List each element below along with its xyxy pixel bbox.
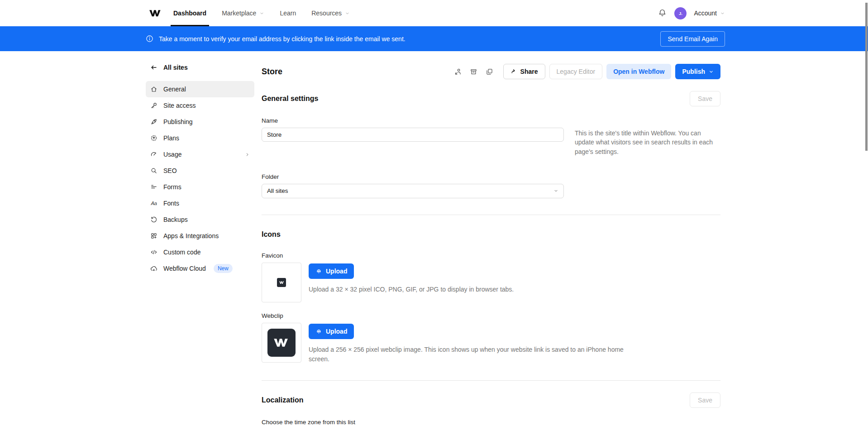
sidebar-item-label: Fonts xyxy=(163,200,179,207)
sidebar-item-label: General xyxy=(163,86,186,93)
sidebar-item-seo[interactable]: SEO xyxy=(146,163,254,179)
site-header: Store Share Legacy Editor Open in Webflo… xyxy=(262,64,720,79)
favicon-label: Favicon xyxy=(262,252,720,259)
sidebar-menu: GeneralSite accessPublishingPlansUsageSE… xyxy=(146,81,254,277)
share-arrow-icon xyxy=(510,68,517,75)
sidebar-item-apps-integrations[interactable]: Apps & Integrations xyxy=(146,228,254,244)
sidebar-item-usage[interactable]: Usage xyxy=(146,146,254,163)
search-icon xyxy=(150,167,157,174)
apps-icon xyxy=(150,232,157,239)
sidebar-item-custom-code[interactable]: Custom code xyxy=(146,244,254,260)
notifications-bell-icon[interactable] xyxy=(658,9,667,18)
cloud-icon xyxy=(150,265,157,272)
sidebar-item-site-access[interactable]: Site access xyxy=(146,97,254,114)
sidebar-item-label: SEO xyxy=(163,167,177,174)
site-name-input[interactable] xyxy=(262,128,564,142)
avatar[interactable]: J. xyxy=(674,7,687,19)
sidebar-item-backups[interactable]: Backups xyxy=(146,211,254,228)
folder-value: All sites xyxy=(267,187,288,194)
fonts-icon: Aa xyxy=(150,200,157,207)
nav-link-dashboard[interactable]: Dashboard xyxy=(173,0,206,26)
publish-button[interactable]: Publish xyxy=(675,64,720,79)
account-label: Account xyxy=(694,10,717,17)
icons-title: Icons xyxy=(262,230,281,239)
chevron-down-icon xyxy=(259,11,264,16)
sidebar-item-label: Site access xyxy=(163,102,196,109)
key-icon xyxy=(150,102,157,109)
upload-label: Upload xyxy=(326,328,347,335)
webclip-preview[interactable] xyxy=(262,323,301,363)
sidebar-item-forms[interactable]: Forms xyxy=(146,179,254,195)
nav-link-label: Resources xyxy=(311,10,342,17)
archive-icon[interactable] xyxy=(468,66,480,77)
send-email-again-button[interactable]: Send Email Again xyxy=(660,31,725,47)
nav-links: Dashboard Marketplace Learn Resources xyxy=(173,0,350,26)
sidebar-item-label: Plans xyxy=(163,134,179,142)
info-icon xyxy=(146,35,153,43)
home-icon xyxy=(150,86,157,93)
history-icon xyxy=(150,216,157,223)
chevron-down-icon xyxy=(553,188,558,193)
localization-head: Localization Save xyxy=(262,392,720,408)
sidebar-item-label: Custom code xyxy=(163,249,200,256)
account-menu[interactable]: Account xyxy=(694,10,725,17)
sidebar-item-publishing[interactable]: Publishing xyxy=(146,114,254,130)
code-icon xyxy=(150,249,157,256)
back-label: All sites xyxy=(163,64,188,71)
webclip-image xyxy=(267,329,296,357)
back-all-sites[interactable]: All sites xyxy=(146,63,254,72)
sidebar-item-label: Apps & Integrations xyxy=(163,232,219,239)
name-label: Name xyxy=(262,117,720,124)
webclip-upload-button[interactable]: Upload xyxy=(309,324,354,339)
webflow-logo-icon[interactable] xyxy=(149,9,162,18)
section-divider xyxy=(262,215,720,215)
general-settings-title: General settings xyxy=(262,95,318,103)
localization-title: Localization xyxy=(262,396,303,404)
sidebar-item-label: Webflow Cloud xyxy=(163,265,206,272)
nav-link-resources[interactable]: Resources xyxy=(311,0,350,26)
top-nav: Dashboard Marketplace Learn Resources J.… xyxy=(0,0,868,26)
sidebar-item-general[interactable]: General xyxy=(146,81,254,97)
sidebar-item-label: Usage xyxy=(163,151,181,158)
banner-message: Take a moment to verify your email addre… xyxy=(159,35,405,43)
upload-icon xyxy=(315,268,322,274)
timezone-label: Choose the time zone from this list xyxy=(262,419,720,426)
folder-select[interactable]: All sites xyxy=(262,184,564,198)
header-actions: Share Legacy Editor Open in Webflow Publ… xyxy=(452,64,720,79)
chevron-right-icon xyxy=(245,152,250,157)
sidebar-item-webflow-cloud[interactable]: Webflow CloudNew xyxy=(146,260,254,277)
favicon-image xyxy=(277,278,286,287)
webclip-label: Webclip xyxy=(262,312,720,319)
duplicate-icon[interactable] xyxy=(484,66,496,77)
scrollbar-thumb[interactable] xyxy=(865,3,868,151)
nav-link-learn[interactable]: Learn xyxy=(280,0,296,26)
favicon-preview[interactable] xyxy=(262,263,301,302)
nav-right: J. Account xyxy=(658,7,725,19)
general-settings-head: General settings Save xyxy=(262,91,720,106)
new-badge: New xyxy=(214,264,233,273)
name-help-text: This is the site's title within Webflow.… xyxy=(575,128,720,156)
general-save-button[interactable]: Save xyxy=(690,91,720,106)
transfer-site-icon[interactable] xyxy=(452,66,464,77)
open-in-webflow-button[interactable]: Open in Webflow xyxy=(606,64,671,79)
favicon-help-text: Upload a 32 × 32 pixel ICO, PNG, GIF, or… xyxy=(309,285,514,294)
favicon-upload-button[interactable]: Upload xyxy=(309,263,354,279)
chevron-down-icon xyxy=(709,69,714,74)
upload-icon xyxy=(315,328,322,335)
settings-sidebar: All sites GeneralSite accessPublishingPl… xyxy=(146,63,254,426)
sidebar-item-plans[interactable]: Plans xyxy=(146,130,254,146)
share-button[interactable]: Share xyxy=(503,64,545,79)
arrow-left-icon xyxy=(150,64,157,71)
publish-label: Publish xyxy=(682,68,705,75)
content: All sites GeneralSite accessPublishingPl… xyxy=(0,51,868,426)
chevron-down-icon xyxy=(720,11,725,16)
legacy-editor-button[interactable]: Legacy Editor xyxy=(549,64,603,79)
localization-save-button[interactable]: Save xyxy=(690,392,720,408)
rocket-icon xyxy=(150,118,157,125)
gauge-icon xyxy=(150,151,157,158)
section-divider xyxy=(262,380,720,381)
main-panel: Store Share Legacy Editor Open in Webflo… xyxy=(262,63,720,426)
nav-link-label: Learn xyxy=(280,10,296,17)
sidebar-item-fonts[interactable]: AaFonts xyxy=(146,195,254,211)
nav-link-marketplace[interactable]: Marketplace xyxy=(222,0,264,26)
